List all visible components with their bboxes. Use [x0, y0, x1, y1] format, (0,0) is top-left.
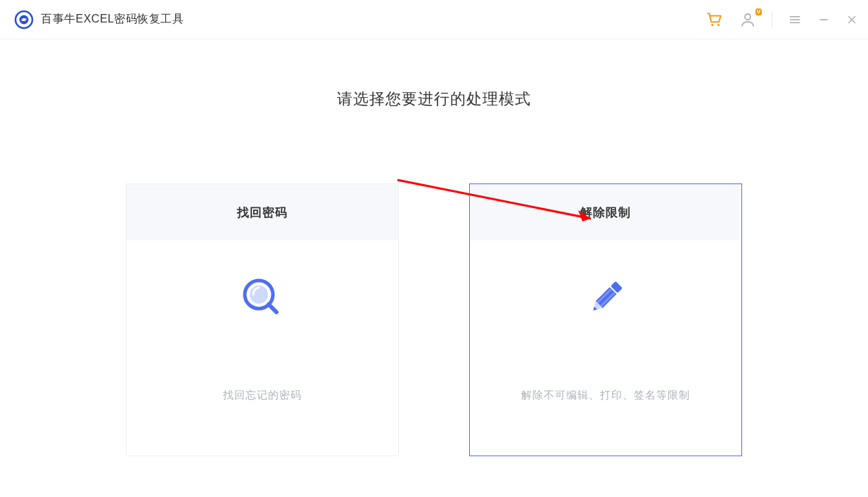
svg-point-6 — [717, 23, 720, 25]
card-recover-desc: 找回忘记的密码 — [223, 389, 302, 402]
vip-badge-icon: V — [755, 8, 762, 15]
divider — [772, 12, 772, 27]
user-icon — [739, 11, 756, 28]
hamburger-icon — [788, 13, 802, 27]
app-title: 百事牛EXCEL密码恢复工具 — [41, 12, 184, 27]
close-button[interactable] — [845, 13, 858, 26]
svg-line-16 — [269, 304, 276, 312]
card-remove-restriction[interactable]: 解除限制 解除不可编辑、打印、签名等限制 — [469, 183, 742, 456]
app-logo-icon — [14, 10, 34, 30]
card-recover-title: 找回密码 — [127, 184, 398, 240]
minimize-button[interactable] — [817, 13, 830, 26]
svg-rect-4 — [25, 18, 27, 20]
svg-point-5 — [711, 23, 713, 25]
card-unlock-body: 解除不可编辑、打印、签名等限制 — [470, 240, 741, 456]
close-icon — [845, 13, 858, 26]
svg-rect-3 — [22, 19, 23, 20]
cart-icon — [706, 11, 724, 29]
svg-rect-2 — [23, 18, 25, 21]
mode-cards: 找回密码 找回忘记的密码 解除限制 — [0, 183, 868, 456]
pencil-icon — [581, 273, 630, 325]
card-unlock-desc: 解除不可编辑、打印、签名等限制 — [521, 389, 690, 402]
svg-point-7 — [745, 14, 751, 20]
cart-button[interactable] — [706, 11, 724, 29]
card-unlock-title: 解除限制 — [470, 184, 741, 240]
magnifier-icon — [238, 273, 287, 325]
user-button[interactable]: V — [739, 11, 756, 28]
menu-button[interactable] — [788, 13, 802, 27]
minimize-icon — [817, 13, 830, 26]
app-logo-wrap: 百事牛EXCEL密码恢复工具 — [14, 10, 184, 30]
main-content: 请选择您要进行的处理模式 找回密码 找回忘记的密码 解除限制 — [0, 39, 868, 456]
page-title: 请选择您要进行的处理模式 — [0, 89, 868, 110]
titlebar: 百事牛EXCEL密码恢复工具 V — [0, 0, 868, 39]
titlebar-actions: V — [706, 11, 858, 29]
card-recover-body: 找回忘记的密码 — [127, 240, 398, 456]
card-recover-password[interactable]: 找回密码 找回忘记的密码 — [126, 183, 399, 456]
